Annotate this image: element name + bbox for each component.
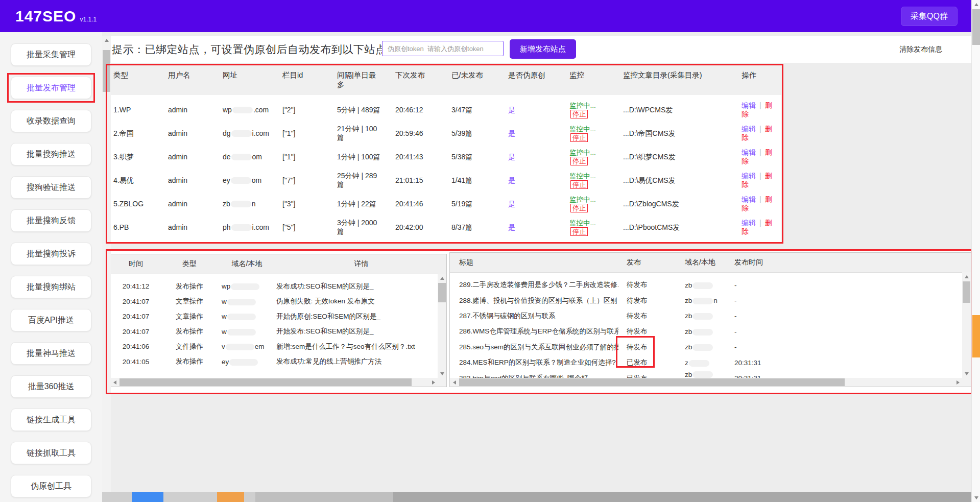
domain-prefix: z: [685, 359, 688, 367]
article-title: 286.WMS仓库管理系统与ERP仓储系统的区别与联系: [450, 327, 618, 336]
scrollbar-corner: [962, 378, 971, 387]
edit-link[interactable]: 编辑: [742, 148, 756, 156]
edit-link[interactable]: 编辑: [742, 125, 756, 133]
edit-link[interactable]: 编辑: [742, 101, 756, 109]
scroll-down-icon[interactable]: [438, 369, 446, 378]
article-row: 288.赌博、投机与价值投资的区别与联系（上）区别待发布zbn-: [450, 293, 971, 308]
sidebar-item[interactable]: 批量发布管理: [11, 77, 91, 99]
scroll-left-icon[interactable]: [110, 378, 119, 387]
scroll-down-icon[interactable]: [972, 493, 980, 502]
content-scrollbar[interactable]: [102, 36, 111, 492]
tip-text: 提示：已绑定站点，可设置伪原创后自动发布到以下站点: [112, 36, 387, 63]
stop-button[interactable]: 停止: [570, 157, 588, 165]
scrollbar-corner: [438, 378, 446, 387]
sidebar-item[interactable]: 批量360推送: [11, 375, 91, 398]
column-header: 用户名: [162, 65, 217, 97]
page-scrollbar-thumb[interactable]: [972, 9, 980, 45]
article-row: 289.二手房改造装修费用是多少钱？二手房改造装修...待发布zb-: [450, 277, 971, 293]
column-header: 域名/本地: [677, 258, 728, 267]
log-panel-hscrollbar[interactable]: [110, 378, 438, 387]
article-row: 286.WMS仓库管理系统与ERP仓储系统的区别与联系待发布zb-: [450, 324, 971, 339]
log-detail: 开始伪原创:SEO和SEM的区别是_: [276, 312, 446, 321]
sidebar-item[interactable]: 伪原创工具: [11, 475, 91, 497]
log-time: 20:41:07: [110, 298, 161, 305]
redacted-blob: [231, 130, 252, 137]
redacted-blob: [227, 329, 256, 336]
topbar: 提示：已绑定站点，可设置伪原创后自动发布到以下站点 新增发布站点 清除发布信息: [111, 36, 971, 63]
sidebar-item[interactable]: 批量采集管理: [11, 43, 91, 66]
sidebar-item-wrap: 搜狗验证推送: [11, 176, 91, 199]
site-published-count: 2/22篇: [445, 239, 502, 242]
stop-button[interactable]: 停止: [570, 133, 588, 142]
log-type: 文件操作: [161, 342, 218, 351]
page-scrollbar-marker[interactable]: [972, 315, 980, 357]
article-vscroll-thumb[interactable]: [963, 281, 970, 303]
log-panel-header: 时间类型域名/本地详情: [110, 254, 446, 274]
domain-prefix: zb: [685, 371, 692, 378]
edit-link[interactable]: 编辑: [742, 195, 756, 203]
app-header: 147SEO v1.1.1 采集QQ群: [0, 0, 980, 32]
edit-link[interactable]: 编辑: [742, 219, 756, 227]
page-scrollbar[interactable]: [971, 0, 980, 502]
publish-time: -: [728, 328, 971, 336]
stop-button[interactable]: 停止: [570, 180, 588, 189]
url-prefix: de: [223, 153, 231, 161]
sidebar-item[interactable]: 链接抓取工具: [11, 442, 91, 464]
sidebar-item[interactable]: 批量搜狗反馈: [11, 209, 91, 232]
sidebar-item[interactable]: 链接生成工具: [11, 409, 91, 431]
scroll-up-icon[interactable]: [102, 36, 111, 44]
publish-status: 待发布: [618, 280, 677, 290]
article-hscroll-thumb[interactable]: [459, 378, 845, 386]
sidebar-item[interactable]: 收录数据查询: [11, 110, 91, 132]
log-panel-vscrollbar[interactable]: [438, 274, 446, 378]
url-suffix: om: [252, 153, 262, 161]
token-input[interactable]: [382, 41, 504, 56]
article-row: 285.seo与sem的区别与关系互联网创业必须了解的推...待发布zb-: [450, 340, 971, 355]
sidebar-item-wrap: 收录数据查询: [11, 110, 91, 132]
table-row: 1.WPadminwp.com["2"]5分钟 | 489篇20:46:123/…: [107, 97, 781, 122]
scroll-up-icon[interactable]: [972, 0, 980, 9]
scroll-right-icon[interactable]: [429, 378, 438, 387]
domain-prefix: w: [222, 328, 227, 336]
sidebar-item[interactable]: 搜狗验证推送: [11, 176, 91, 199]
log-vscroll-thumb[interactable]: [438, 283, 446, 302]
sidebar-item-wrap: 批量搜狗绑站: [11, 276, 91, 298]
sidebar-item[interactable]: 批量神马推送: [11, 342, 91, 365]
site-operations: 编辑|删除: [735, 169, 781, 192]
scroll-right-icon[interactable]: [953, 378, 962, 387]
site-pseudo-original: 是: [502, 169, 563, 192]
stop-button[interactable]: 停止: [570, 227, 588, 236]
sidebar-item[interactable]: 批量搜狗推送: [11, 143, 91, 165]
sidebar-item[interactable]: 批量搜狗绑站: [11, 276, 91, 298]
sidebar-item[interactable]: 百度API推送: [11, 309, 91, 331]
column-header: 类型: [107, 65, 162, 97]
qq-group-button[interactable]: 采集QQ群: [901, 7, 958, 26]
sidebar-item-wrap: 批量搜狗反馈: [11, 209, 91, 232]
stop-button[interactable]: 停止: [570, 110, 588, 118]
article-panel-hscrollbar[interactable]: [450, 378, 962, 387]
sites-table: 类型用户名网址栏目id间隔|单日最多下次发布已/未发布是否伪原创监控监控文章目录…: [107, 65, 781, 242]
add-site-button[interactable]: 新增发布站点: [510, 39, 576, 59]
monitor-status: 监控中...: [569, 125, 596, 133]
scroll-up-icon[interactable]: [438, 274, 446, 282]
log-row: 20:41:07文章操作w伪原创失败: 无效token 发布原文: [110, 294, 446, 309]
site-url: zbn: [217, 192, 276, 216]
clear-publish-link[interactable]: 清除发布信息: [899, 36, 942, 63]
sites-table-body: 1.WPadminwp.com["2"]5分钟 | 489篇20:46:123/…: [107, 97, 781, 242]
scroll-down-icon[interactable]: [962, 369, 971, 378]
site-directory: ...D:\ZblogCMS发: [617, 192, 735, 216]
sidebar-item[interactable]: 批量搜狗投诉: [11, 243, 91, 265]
article-domain: zbn: [677, 297, 728, 304]
article-domain: z: [677, 359, 728, 367]
sidebar-item-wrap: 批量搜狗投诉: [11, 243, 91, 265]
log-hscroll-thumb[interactable]: [119, 378, 412, 386]
redacted-blob: [231, 154, 252, 160]
article-panel-vscrollbar[interactable]: [962, 272, 971, 378]
edit-link[interactable]: 编辑: [742, 172, 756, 180]
content-scrollbar-thumb[interactable]: [103, 50, 110, 92]
site-next-publish: 20:42:00: [389, 216, 445, 239]
scroll-up-icon[interactable]: [962, 272, 971, 281]
column-header: 下次发布: [389, 65, 445, 97]
stop-button[interactable]: 停止: [570, 204, 588, 212]
scroll-left-icon[interactable]: [450, 378, 459, 387]
